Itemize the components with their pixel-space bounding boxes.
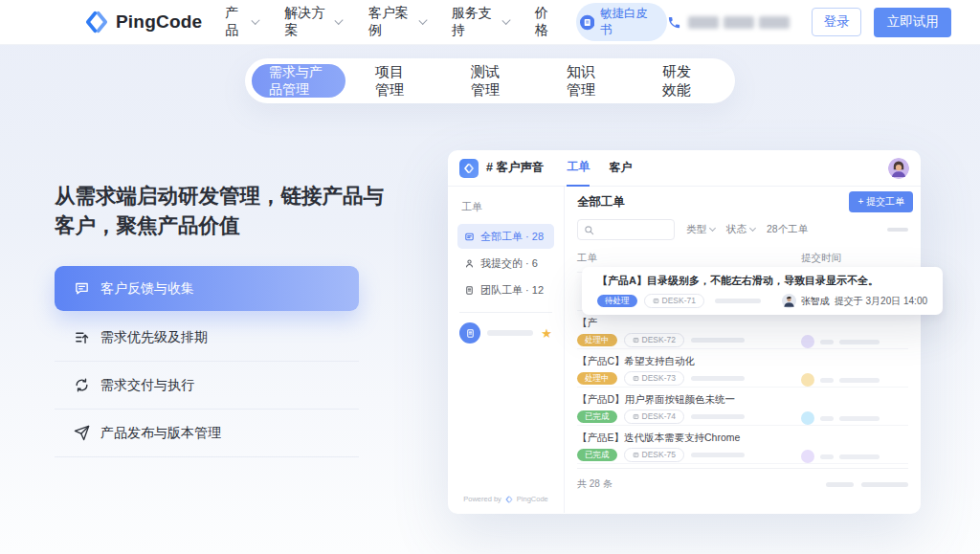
submit-ticket-button[interactable]: + 提交工单 [849, 191, 913, 212]
sidebar-item-label: 全部工单 · 28 [480, 230, 544, 244]
hero-heading-line1: 从需求端启动研发管理，链接产品与 [55, 182, 384, 211]
app-mockup-window: # 客户声音 工单 客户 工单 [448, 150, 921, 514]
reporter-avatar-dot [801, 411, 814, 425]
person-icon [464, 258, 475, 269]
ticket-id-pill: DESK-75 [624, 448, 684, 462]
whitepaper-label: 敏捷白皮书 [600, 6, 655, 38]
menu-item-customer-feedback[interactable]: 客户反馈与收集 [55, 266, 359, 311]
user-avatar[interactable] [888, 158, 909, 179]
nav-item-support[interactable]: 服务支持 [452, 5, 509, 39]
sidebar-item-team-tickets[interactable]: 团队工单 · 12 [457, 277, 554, 302]
tab-knowledge-management[interactable]: 知识管理 [537, 58, 633, 103]
list-footer: 共 28 条 [577, 468, 908, 491]
ticket-icon [633, 375, 639, 382]
app-sidebar: 工单 全部工单 · 28 我提交的 · 6 [448, 187, 565, 513]
search-icon [584, 225, 594, 235]
placeholder-bar [820, 416, 834, 421]
tab-requirement-management[interactable]: 需求与产品管理 [252, 64, 345, 98]
nav-item-customers[interactable]: 客户案例 [368, 5, 426, 39]
try-now-button[interactable]: 立即试用 [874, 8, 951, 37]
chevron-down-icon [252, 15, 260, 24]
app-tab-tickets[interactable]: 工单 [567, 150, 590, 187]
tab-project-management[interactable]: 项目管理 [345, 58, 441, 103]
placeholder-bar [839, 416, 880, 421]
pingcode-app-logo-icon [459, 159, 479, 178]
ticket-id-pill: DESK-73 [624, 371, 684, 386]
tab-dev-efficiency[interactable]: 研发效能 [633, 58, 728, 103]
callout-meta: 待处理 DESK-71 张智成 提交于 3月20日 14:00 [597, 294, 927, 308]
status-badge: 待处理 [597, 295, 637, 308]
table-row[interactable]: 【产品E】迭代版本需要支持Chrome 已完成 DESK-75 [577, 426, 908, 464]
app-tab-customers[interactable]: 客户 [609, 150, 632, 187]
table-row[interactable]: 【产 处理中 DESK-72 [577, 311, 908, 349]
chevron-down-icon [501, 15, 510, 24]
menu-item-delivery-execution[interactable]: 需求交付与执行 [55, 362, 359, 410]
placeholder-bar [691, 414, 745, 419]
ticket-id: DESK-75 [642, 451, 676, 459]
ticket-icon [653, 298, 659, 304]
submit-time: 提交于 3月20日 14:00 [835, 295, 927, 308]
nav-item-pricing[interactable]: 价格 [535, 5, 559, 39]
document-icon [464, 285, 475, 296]
ticket-id: DESK-72 [642, 336, 676, 344]
menu-item-priority-schedule[interactable]: 需求优先级及排期 [55, 314, 359, 362]
powered-by-brand: PingCode [517, 495, 548, 503]
placeholder-bar [861, 482, 908, 487]
ticket-icon [633, 337, 639, 343]
menu-item-release-version[interactable]: 产品发布与版本管理 [55, 410, 359, 457]
reporter-avatar-dot [801, 373, 814, 387]
placeholder-bar [691, 376, 745, 381]
column-ticket: 工单 [577, 252, 597, 265]
placeholder-bar [839, 454, 880, 459]
reporter-name: 张智成 [801, 295, 830, 308]
filter-type[interactable]: 类型 [686, 223, 715, 236]
placeholder-bar [820, 378, 834, 383]
tab-test-management[interactable]: 测试管理 [441, 58, 537, 103]
ticket-title: 【产 [577, 317, 801, 328]
ticket-title: 【产品D】用户界面按钮颜色未统一 [577, 393, 801, 405]
whitepaper-badge[interactable]: 敏捷白皮书 [576, 3, 667, 41]
sidebar-item-label: 我提交的 · 6 [480, 256, 538, 271]
phone-contact [667, 15, 790, 30]
placeholder-bar [715, 299, 761, 303]
placeholder-bar [820, 454, 834, 459]
placeholder-bar [839, 340, 880, 344]
release-plane-icon [74, 425, 90, 441]
nav-item-solutions[interactable]: 解决方案 [285, 5, 343, 39]
star-icon[interactable]: ★ [541, 327, 552, 340]
nav-item-label: 解决方案 [285, 5, 332, 39]
ticket-id-pill: DESK-74 [624, 410, 684, 424]
chevron-down-icon [709, 225, 716, 232]
column-submit-time: 提交时间 [801, 252, 908, 265]
placeholder-bar [691, 453, 745, 457]
ticket-count: 28个工单 [767, 223, 808, 236]
login-button[interactable]: 登录 [812, 8, 861, 36]
nav-item-products[interactable]: 产品 [225, 5, 258, 39]
callout-title: 【产品A】目录级别多，不能左右滑动，导致目录显示不全。 [597, 274, 927, 288]
ticket-id: DESK-74 [642, 412, 676, 421]
sidebar-favorite-item[interactable]: ★ [457, 322, 554, 343]
filter-status[interactable]: 状态 [726, 223, 755, 236]
placeholder-bar [820, 340, 834, 344]
table-row[interactable]: 【产品C】希望支持自动化 处理中 DESK-73 [577, 349, 908, 388]
brand-logo[interactable]: PingCode [84, 10, 202, 34]
nav-menu: 产品 解决方案 客户案例 服务支持 价格 [225, 5, 558, 39]
product-tab-bar: 需求与产品管理 项目管理 测试管理 知识管理 研发效能 [245, 58, 735, 103]
status-badge: 处理中 [577, 372, 617, 386]
table-row[interactable]: 【产品D】用户界面按钮颜色未统一 已完成 DESK-74 [577, 388, 908, 426]
list-icon [464, 232, 475, 242]
phone-icon [667, 15, 681, 30]
app-tabs: 工单 客户 [567, 150, 632, 187]
search-input[interactable] [577, 219, 675, 240]
ticket-id: DESK-71 [662, 297, 696, 305]
nav-item-label: 产品 [225, 5, 248, 39]
nav-item-label: 客户案例 [368, 5, 415, 39]
sidebar-item-my-submitted[interactable]: 我提交的 · 6 [457, 251, 554, 276]
ticket-detail-callout[interactable]: 【产品A】目录级别多，不能左右滑动，导致目录显示不全。 待处理 DESK-71 … [582, 267, 943, 315]
nav-item-label: 服务支持 [452, 5, 499, 39]
sidebar-item-all-tickets[interactable]: 全部工单 · 28 [457, 224, 554, 249]
total-count: 共 28 条 [577, 477, 612, 491]
pagination-placeholder[interactable] [826, 482, 908, 487]
phone-number-blurred [688, 16, 790, 29]
chevron-down-icon [335, 15, 344, 24]
